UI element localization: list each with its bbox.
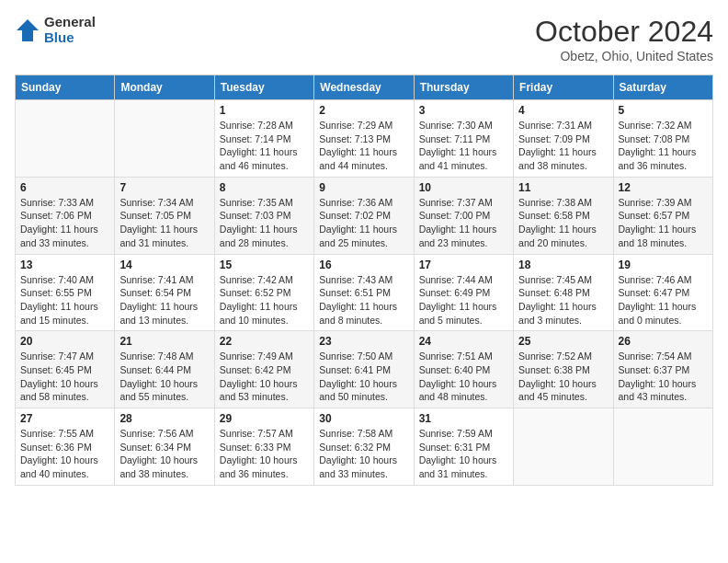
weekday-header-row: SundayMondayTuesdayWednesdayThursdayFrid… bbox=[16, 75, 713, 100]
day-number: 17 bbox=[419, 259, 508, 271]
day-info: Sunrise: 7:35 AM Sunset: 7:03 PM Dayligh… bbox=[220, 196, 309, 250]
weekday-header: Monday bbox=[115, 75, 214, 100]
day-number: 21 bbox=[119, 335, 209, 348]
day-number: 19 bbox=[619, 259, 708, 271]
calendar-cell: 9Sunrise: 7:36 AM Sunset: 7:02 PM Daylig… bbox=[314, 177, 414, 254]
calendar-cell: 16Sunrise: 7:43 AM Sunset: 6:51 PM Dayli… bbox=[314, 254, 414, 331]
page-header: General Blue October 2024 Obetz, Ohio, U… bbox=[15, 15, 713, 63]
calendar-cell: 29Sunrise: 7:57 AM Sunset: 6:33 PM Dayli… bbox=[214, 408, 313, 486]
logo: General Blue bbox=[15, 15, 96, 45]
title-block: October 2024 Obetz, Ohio, United States bbox=[535, 15, 713, 63]
day-number: 18 bbox=[518, 259, 608, 271]
day-number: 29 bbox=[220, 412, 309, 425]
calendar-cell bbox=[115, 100, 214, 178]
day-number: 13 bbox=[20, 259, 109, 271]
day-info: Sunrise: 7:50 AM Sunset: 6:41 PM Dayligh… bbox=[319, 350, 408, 404]
calendar-cell: 25Sunrise: 7:52 AM Sunset: 6:38 PM Dayli… bbox=[514, 331, 613, 408]
day-info: Sunrise: 7:42 AM Sunset: 6:52 PM Dayligh… bbox=[220, 273, 309, 327]
calendar-cell: 3Sunrise: 7:30 AM Sunset: 7:11 PM Daylig… bbox=[414, 100, 513, 178]
day-info: Sunrise: 7:36 AM Sunset: 7:02 PM Dayligh… bbox=[319, 196, 408, 250]
day-number: 26 bbox=[619, 335, 708, 348]
day-number: 5 bbox=[619, 104, 708, 117]
calendar-cell: 20Sunrise: 7:47 AM Sunset: 6:45 PM Dayli… bbox=[16, 331, 115, 408]
day-info: Sunrise: 7:56 AM Sunset: 6:34 PM Dayligh… bbox=[119, 427, 209, 481]
day-number: 23 bbox=[319, 335, 408, 348]
weekday-header: Friday bbox=[514, 75, 613, 100]
day-info: Sunrise: 7:31 AM Sunset: 7:09 PM Dayligh… bbox=[518, 119, 608, 173]
calendar-cell: 7Sunrise: 7:34 AM Sunset: 7:05 PM Daylig… bbox=[115, 177, 214, 254]
calendar-cell: 22Sunrise: 7:49 AM Sunset: 6:42 PM Dayli… bbox=[214, 331, 313, 408]
day-info: Sunrise: 7:41 AM Sunset: 6:54 PM Dayligh… bbox=[119, 273, 209, 327]
logo-text: General Blue bbox=[44, 15, 96, 45]
day-info: Sunrise: 7:54 AM Sunset: 6:37 PM Dayligh… bbox=[619, 350, 708, 404]
calendar-cell: 30Sunrise: 7:58 AM Sunset: 6:32 PM Dayli… bbox=[314, 408, 414, 486]
day-number: 2 bbox=[319, 104, 408, 117]
day-number: 30 bbox=[319, 412, 408, 425]
day-number: 6 bbox=[20, 181, 109, 194]
location-label: Obetz, Ohio, United States bbox=[535, 49, 713, 63]
calendar-cell: 1Sunrise: 7:28 AM Sunset: 7:14 PM Daylig… bbox=[214, 100, 313, 178]
calendar-week-row: 6Sunrise: 7:33 AM Sunset: 7:06 PM Daylig… bbox=[16, 177, 713, 254]
calendar-cell: 14Sunrise: 7:41 AM Sunset: 6:54 PM Dayli… bbox=[115, 254, 214, 331]
svg-marker-0 bbox=[17, 19, 39, 41]
calendar-cell: 12Sunrise: 7:39 AM Sunset: 6:57 PM Dayli… bbox=[613, 177, 712, 254]
day-number: 16 bbox=[319, 259, 408, 271]
day-info: Sunrise: 7:52 AM Sunset: 6:38 PM Dayligh… bbox=[518, 350, 608, 404]
day-number: 3 bbox=[419, 104, 508, 117]
day-info: Sunrise: 7:30 AM Sunset: 7:11 PM Dayligh… bbox=[419, 119, 508, 173]
calendar-cell bbox=[613, 408, 712, 486]
calendar-cell: 11Sunrise: 7:38 AM Sunset: 6:58 PM Dayli… bbox=[514, 177, 613, 254]
calendar-cell: 15Sunrise: 7:42 AM Sunset: 6:52 PM Dayli… bbox=[214, 254, 313, 331]
weekday-header: Sunday bbox=[16, 75, 115, 100]
day-info: Sunrise: 7:33 AM Sunset: 7:06 PM Dayligh… bbox=[20, 196, 109, 250]
day-info: Sunrise: 7:49 AM Sunset: 6:42 PM Dayligh… bbox=[220, 350, 309, 404]
day-number: 7 bbox=[119, 181, 209, 194]
calendar-week-row: 27Sunrise: 7:55 AM Sunset: 6:36 PM Dayli… bbox=[16, 408, 713, 486]
calendar-cell: 28Sunrise: 7:56 AM Sunset: 6:34 PM Dayli… bbox=[115, 408, 214, 486]
month-title: October 2024 bbox=[535, 15, 713, 49]
calendar-cell: 8Sunrise: 7:35 AM Sunset: 7:03 PM Daylig… bbox=[214, 177, 313, 254]
day-number: 11 bbox=[518, 181, 608, 194]
day-number: 14 bbox=[119, 259, 209, 271]
logo-general-label: General bbox=[44, 15, 96, 30]
calendar-week-row: 13Sunrise: 7:40 AM Sunset: 6:55 PM Dayli… bbox=[16, 254, 713, 331]
day-info: Sunrise: 7:39 AM Sunset: 6:57 PM Dayligh… bbox=[619, 196, 708, 250]
calendar-cell: 17Sunrise: 7:44 AM Sunset: 6:49 PM Dayli… bbox=[414, 254, 513, 331]
day-number: 24 bbox=[419, 335, 508, 348]
day-info: Sunrise: 7:43 AM Sunset: 6:51 PM Dayligh… bbox=[319, 273, 408, 327]
calendar-cell: 18Sunrise: 7:45 AM Sunset: 6:48 PM Dayli… bbox=[514, 254, 613, 331]
calendar-cell: 10Sunrise: 7:37 AM Sunset: 7:00 PM Dayli… bbox=[414, 177, 513, 254]
day-number: 31 bbox=[419, 412, 508, 425]
day-number: 15 bbox=[220, 259, 309, 271]
calendar-cell: 27Sunrise: 7:55 AM Sunset: 6:36 PM Dayli… bbox=[16, 408, 115, 486]
day-info: Sunrise: 7:59 AM Sunset: 6:31 PM Dayligh… bbox=[419, 427, 508, 481]
day-info: Sunrise: 7:29 AM Sunset: 7:13 PM Dayligh… bbox=[319, 119, 408, 173]
calendar-cell: 6Sunrise: 7:33 AM Sunset: 7:06 PM Daylig… bbox=[16, 177, 115, 254]
day-info: Sunrise: 7:45 AM Sunset: 6:48 PM Dayligh… bbox=[518, 273, 608, 327]
calendar-cell: 21Sunrise: 7:48 AM Sunset: 6:44 PM Dayli… bbox=[115, 331, 214, 408]
calendar-table: SundayMondayTuesdayWednesdayThursdayFrid… bbox=[15, 75, 713, 486]
day-number: 28 bbox=[119, 412, 209, 425]
day-info: Sunrise: 7:47 AM Sunset: 6:45 PM Dayligh… bbox=[20, 350, 109, 404]
day-number: 4 bbox=[518, 104, 608, 117]
day-info: Sunrise: 7:57 AM Sunset: 6:33 PM Dayligh… bbox=[220, 427, 309, 481]
weekday-header: Wednesday bbox=[314, 75, 414, 100]
day-number: 22 bbox=[220, 335, 309, 348]
calendar-cell bbox=[16, 100, 115, 178]
calendar-week-row: 1Sunrise: 7:28 AM Sunset: 7:14 PM Daylig… bbox=[16, 100, 713, 178]
calendar-cell: 24Sunrise: 7:51 AM Sunset: 6:40 PM Dayli… bbox=[414, 331, 513, 408]
day-info: Sunrise: 7:28 AM Sunset: 7:14 PM Dayligh… bbox=[220, 119, 309, 173]
day-info: Sunrise: 7:34 AM Sunset: 7:05 PM Dayligh… bbox=[119, 196, 209, 250]
day-info: Sunrise: 7:58 AM Sunset: 6:32 PM Dayligh… bbox=[319, 427, 408, 481]
day-number: 12 bbox=[619, 181, 708, 194]
calendar-cell: 4Sunrise: 7:31 AM Sunset: 7:09 PM Daylig… bbox=[514, 100, 613, 178]
day-info: Sunrise: 7:48 AM Sunset: 6:44 PM Dayligh… bbox=[119, 350, 209, 404]
calendar-cell: 23Sunrise: 7:50 AM Sunset: 6:41 PM Dayli… bbox=[314, 331, 414, 408]
day-info: Sunrise: 7:51 AM Sunset: 6:40 PM Dayligh… bbox=[419, 350, 508, 404]
calendar-cell: 31Sunrise: 7:59 AM Sunset: 6:31 PM Dayli… bbox=[414, 408, 513, 486]
day-info: Sunrise: 7:32 AM Sunset: 7:08 PM Dayligh… bbox=[619, 119, 708, 173]
calendar-cell: 2Sunrise: 7:29 AM Sunset: 7:13 PM Daylig… bbox=[314, 100, 414, 178]
logo-icon bbox=[15, 17, 40, 43]
day-info: Sunrise: 7:37 AM Sunset: 7:00 PM Dayligh… bbox=[419, 196, 508, 250]
day-number: 1 bbox=[220, 104, 309, 117]
